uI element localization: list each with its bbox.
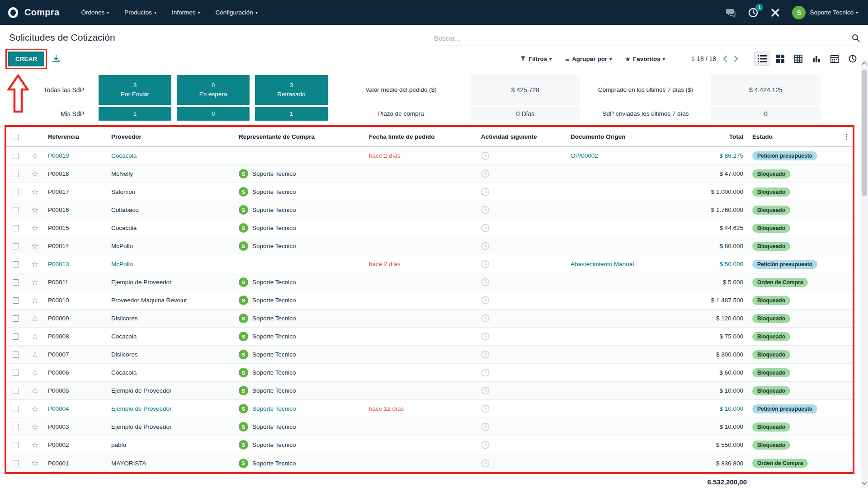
pager-previous-icon[interactable] xyxy=(722,55,727,62)
header-actividad[interactable]: Actividad siguiente xyxy=(477,133,567,140)
table-row[interactable]: P00010Proveedor Maquina RevolutSSoporte … xyxy=(6,291,853,310)
scroll-down-icon[interactable] xyxy=(862,480,867,485)
menu-item-productos[interactable]: Productos xyxy=(124,9,156,16)
favorite-toggle[interactable] xyxy=(25,458,44,468)
row-checkbox[interactable] xyxy=(6,297,25,304)
favorite-toggle[interactable] xyxy=(25,296,44,305)
row-checkbox[interactable] xyxy=(6,370,25,376)
favorite-toggle[interactable] xyxy=(25,350,44,360)
activity-clock-icon[interactable] xyxy=(477,278,567,286)
favorite-toggle[interactable] xyxy=(25,187,44,197)
favorite-toggle[interactable] xyxy=(25,259,44,269)
row-checkbox[interactable] xyxy=(6,424,25,430)
graph-view-icon[interactable] xyxy=(808,52,825,66)
table-row[interactable]: P00011Ejemplo de ProveedorSSoporte Tecni… xyxy=(6,273,853,291)
activity-clock-icon[interactable] xyxy=(477,260,567,268)
menu-item-ordenes[interactable]: Órdenes xyxy=(81,9,109,16)
header-proveedor[interactable]: Proveedor xyxy=(108,133,235,140)
row-checkbox[interactable] xyxy=(6,279,25,286)
favorites-dropdown[interactable]: Favoritos xyxy=(625,56,665,62)
activity-clock-icon[interactable] xyxy=(477,422,567,431)
calendar-view-icon[interactable] xyxy=(826,52,843,66)
row-checkbox[interactable] xyxy=(6,333,25,340)
filters-dropdown[interactable]: Filtros xyxy=(520,56,552,62)
header-total[interactable]: Total xyxy=(675,133,749,140)
table-row[interactable]: P00001MAYORISTASSoporte Tecnico$ 836.800… xyxy=(6,454,853,472)
favorite-toggle[interactable] xyxy=(25,332,44,342)
row-checkbox[interactable] xyxy=(6,207,25,213)
header-estado[interactable]: Estado xyxy=(749,133,853,140)
messages-icon[interactable] xyxy=(725,8,736,18)
table-row[interactable]: P00016ColtabacoSSoporte Tecnico$ 1.760.0… xyxy=(6,201,853,219)
favorite-toggle[interactable] xyxy=(25,169,44,179)
header-fecha-limite[interactable]: Fecha límite de pedido xyxy=(365,133,477,140)
table-row[interactable]: P00018McNellySSoporte Tecnico$ 47.000Blo… xyxy=(6,165,853,183)
app-name[interactable]: Compra xyxy=(24,7,59,18)
table-row[interactable]: P00008CocacolaSSoporte Tecnico$ 75.000Bl… xyxy=(6,328,853,346)
list-view-icon[interactable] xyxy=(754,52,770,66)
row-checkbox[interactable] xyxy=(6,388,25,394)
activity-clock-icon[interactable] xyxy=(477,314,567,323)
activities-icon[interactable]: 1 xyxy=(748,7,759,18)
scrollbar-thumb[interactable] xyxy=(862,70,867,196)
my-waiting-card[interactable]: 0 xyxy=(177,107,250,121)
favorite-toggle[interactable] xyxy=(25,422,44,432)
pivot-view-icon[interactable] xyxy=(790,52,807,66)
activity-clock-icon[interactable] xyxy=(477,188,567,196)
table-row[interactable]: P00019Cocacolahace 2 díasOP/00002$ 86.27… xyxy=(6,147,853,165)
table-row[interactable]: P00006CocacolaSSoporte Tecnico$ 60.000Bl… xyxy=(6,364,853,382)
menu-item-informes[interactable]: Informes xyxy=(172,9,200,16)
table-row[interactable]: P00013McPollohace 2 díasAbastecimiento M… xyxy=(6,255,853,273)
favorite-toggle[interactable] xyxy=(25,151,44,161)
export-icon[interactable] xyxy=(52,54,61,63)
menu-item-configuracion[interactable]: Configuración xyxy=(216,9,258,16)
table-row[interactable]: P00004Ejemplo de ProveedorSSoporte Tecni… xyxy=(6,400,853,418)
activity-clock-icon[interactable] xyxy=(477,151,567,160)
table-row[interactable]: P00017SalomonSSoporte Tecnico$ 1.000.000… xyxy=(6,183,853,201)
activity-clock-icon[interactable] xyxy=(477,404,567,413)
user-menu[interactable]: S Soporte Tecnico xyxy=(792,6,858,19)
favorite-toggle[interactable] xyxy=(25,404,44,414)
row-checkbox[interactable] xyxy=(6,406,25,412)
activity-clock-icon[interactable] xyxy=(477,224,567,232)
favorite-toggle[interactable] xyxy=(25,314,44,324)
activity-clock-icon[interactable] xyxy=(477,206,567,214)
my-late-card[interactable]: 1 xyxy=(255,107,328,121)
header-documento-origen[interactable]: Documento Origen xyxy=(567,133,675,140)
create-button[interactable]: CREAR xyxy=(8,52,44,66)
header-representante[interactable]: Representante de Compra xyxy=(235,133,365,140)
vertical-scrollbar[interactable] xyxy=(861,59,868,488)
table-row[interactable]: P00009DislicoresSSoporte Tecnico$ 120.00… xyxy=(6,310,853,328)
row-checkbox[interactable] xyxy=(6,189,25,195)
select-all-checkbox[interactable] xyxy=(6,134,25,140)
group-by-dropdown[interactable]: Agrupar por xyxy=(565,55,612,63)
favorite-toggle[interactable] xyxy=(25,386,44,396)
table-row[interactable]: P00007DislicoresSSoporte Tecnico$ 300.00… xyxy=(6,346,853,364)
table-row[interactable]: P00005Ejemplo de ProveedorSSoporte Tecni… xyxy=(6,382,853,400)
activity-clock-icon[interactable] xyxy=(477,368,567,377)
row-checkbox[interactable] xyxy=(6,261,25,267)
activity-clock-icon[interactable] xyxy=(477,169,567,178)
row-checkbox[interactable] xyxy=(6,442,25,448)
waiting-card[interactable]: 0En espera xyxy=(177,75,250,105)
kanban-view-icon[interactable] xyxy=(772,52,788,66)
column-options-icon[interactable] xyxy=(843,133,850,141)
late-card[interactable]: 3Retrasado xyxy=(255,75,328,105)
activity-clock-icon[interactable] xyxy=(477,386,567,395)
favorite-toggle[interactable] xyxy=(25,440,44,450)
activity-clock-icon[interactable] xyxy=(477,296,567,305)
scroll-up-icon[interactable] xyxy=(862,61,867,66)
favorite-toggle[interactable] xyxy=(25,205,44,215)
row-checkbox[interactable] xyxy=(6,243,25,249)
table-row[interactable]: P00003Ejemplo de ProveedorSSoporte Tecni… xyxy=(6,418,853,436)
favorite-toggle[interactable] xyxy=(25,223,44,233)
table-row[interactable]: P00015CocacolaSSoporte Tecnico$ 44.625Bl… xyxy=(6,219,853,237)
activity-clock-icon[interactable] xyxy=(477,332,567,341)
tools-icon[interactable] xyxy=(770,8,780,18)
table-row[interactable]: P00014McPolloSSoporte Tecnico$ 80.000Blo… xyxy=(6,237,853,255)
row-checkbox[interactable] xyxy=(6,225,25,231)
activity-clock-icon[interactable] xyxy=(477,242,567,250)
activity-clock-icon[interactable] xyxy=(477,350,567,359)
search-icon[interactable] xyxy=(852,34,860,42)
header-referencia[interactable]: Referencia xyxy=(44,133,108,140)
